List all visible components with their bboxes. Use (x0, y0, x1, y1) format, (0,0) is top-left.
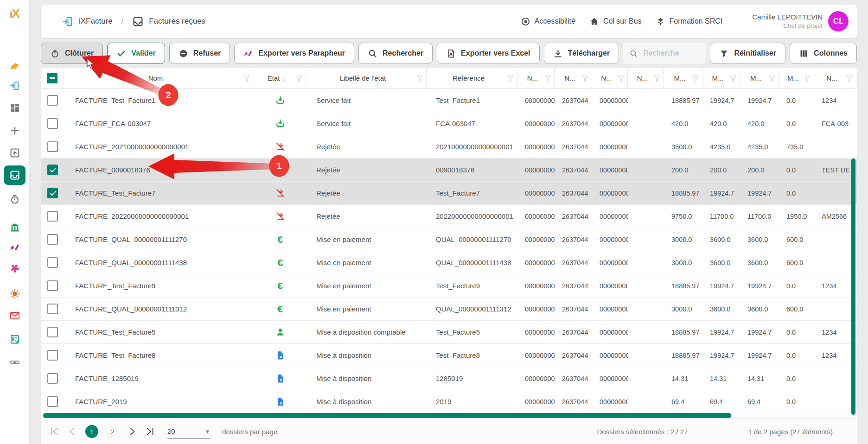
horizontal-scrollbar[interactable] (43, 413, 731, 418)
vertical-scrollbar[interactable] (851, 159, 855, 415)
reinitialiser-button[interactable]: Réinitialiser (710, 43, 785, 64)
row-checkbox[interactable] (47, 280, 58, 291)
cloturer-button[interactable]: Clôturer (41, 43, 103, 64)
table-row[interactable]: FACTURE_20210000000000000001Rejetée20210… (41, 135, 857, 159)
sidebar-item-signature[interactable] (0, 238, 29, 257)
collectivity-link[interactable]: Col sur Bus (589, 17, 642, 26)
column-header-n2[interactable]: N... (555, 68, 592, 89)
column-header-n1[interactable]: N... (517, 68, 555, 89)
sidebar-item-envelope[interactable] (0, 306, 29, 325)
filter-funnel-icon[interactable] (243, 74, 251, 82)
cell-m1: 18885.97 (664, 321, 702, 343)
row-checkbox[interactable] (47, 188, 58, 198)
column-header-m4[interactable]: M... (779, 68, 814, 89)
column-header-name[interactable]: Nom (64, 68, 254, 89)
filter-funnel-icon[interactable] (581, 74, 589, 82)
pager-last-button[interactable] (145, 426, 155, 437)
breadcrumb-app[interactable]: iXFacture (79, 17, 113, 26)
sidebar-item-checklist[interactable] (0, 330, 29, 349)
table-row[interactable]: FACTURE_FCA-003047Service faitFCA-003047… (41, 112, 857, 135)
tray-up-icon (9, 147, 20, 159)
row-checkbox[interactable] (47, 165, 58, 175)
table-row[interactable]: FACTURE_20220000000000000001Rejetée20220… (41, 205, 857, 228)
table-row[interactable]: FACTURE_0090018376Rejetée009001837600000… (41, 159, 857, 182)
sidebar-item-link[interactable] (0, 353, 29, 372)
sidebar-item-bank[interactable] (0, 218, 29, 237)
filter-funnel-icon[interactable] (845, 74, 854, 82)
pager-prev-button[interactable] (67, 426, 77, 437)
sidebar-item-door[interactable] (0, 76, 29, 95)
pager: 1 2 (49, 425, 155, 438)
cell-n4 (628, 298, 664, 320)
filter-funnel-icon[interactable] (543, 74, 552, 82)
rechercher-button[interactable]: Rechercher (358, 43, 433, 64)
row-checkbox[interactable] (47, 327, 58, 337)
row-checkbox[interactable] (47, 95, 58, 106)
row-checkbox[interactable] (47, 118, 58, 129)
colonnes-button[interactable]: Colonnes (790, 43, 857, 64)
sidebar-item-tray[interactable] (4, 165, 26, 185)
table-row[interactable]: FACTURE_Test_Facture7RejetéeTest_Facture… (41, 182, 857, 205)
column-header-state_label[interactable]: Libellé de l'état (306, 68, 427, 89)
table-row[interactable]: FACTURE_Test_Facture1Service faitTest_Fa… (41, 89, 857, 112)
sidebar-item-pinwheel[interactable] (0, 259, 29, 278)
filter-funnel-icon[interactable] (653, 74, 661, 82)
export-parapheur-button[interactable]: Exporter vers Parapheur (234, 43, 354, 64)
filter-funnel-icon[interactable] (729, 74, 737, 82)
sidebar-item-tray-up[interactable] (0, 143, 29, 163)
row-checkbox[interactable] (47, 257, 58, 268)
filter-funnel-icon[interactable] (415, 74, 424, 82)
table-row[interactable]: FACTURE_2019Mise à disposition2019000000… (41, 390, 857, 413)
pager-page-1[interactable]: 1 (85, 425, 98, 438)
table-row[interactable]: FACTURE_Test_Facture9€Mise en paiementTe… (41, 274, 857, 298)
table-row[interactable]: FACTURE_QUAL_00000001111312€Mise en paie… (41, 298, 857, 321)
table-row[interactable]: FACTURE_QUAL_00000001111270€Mise en paie… (41, 228, 857, 251)
pager-next-button[interactable] (127, 426, 137, 437)
column-header-n4[interactable]: N... (628, 68, 664, 89)
avatar[interactable]: CL (828, 11, 849, 32)
column-header-m2[interactable]: M... (702, 68, 740, 89)
row-checkbox[interactable] (47, 373, 58, 384)
filter-funnel-icon[interactable] (506, 74, 515, 82)
row-checkbox[interactable] (47, 350, 58, 361)
sidebar-item-plus[interactable] (0, 121, 29, 140)
column-header-n3[interactable]: N... (592, 68, 628, 89)
search-input[interactable] (642, 49, 700, 58)
cell-reference: QUAL_00000001111312 (427, 298, 517, 320)
row-checkbox[interactable] (47, 304, 58, 314)
filter-funnel-icon[interactable] (768, 74, 776, 82)
column-header-state[interactable]: État↓ (254, 68, 306, 89)
pager-page-2[interactable]: 2 (106, 425, 119, 438)
cell-n4 (628, 135, 664, 158)
accessibility-link[interactable]: Accessibilité (521, 17, 575, 26)
filter-funnel-icon[interactable] (295, 74, 303, 82)
column-header-check[interactable] (41, 68, 64, 89)
telecharger-button[interactable]: Télécharger (544, 43, 619, 64)
column-header-reference[interactable]: Référence (427, 68, 517, 89)
page-size-select[interactable]: 20 ▼ (167, 425, 210, 439)
refuser-button[interactable]: Refuser (169, 43, 230, 64)
sidebar-item-dashboard[interactable] (0, 98, 29, 118)
table-row[interactable]: FACTURE_1285019Mise à disposition1285019… (41, 367, 857, 390)
table-row[interactable]: FACTURE_QUAL_00000001111438€Mise en paie… (41, 251, 857, 274)
row-checkbox[interactable] (47, 211, 58, 222)
environment-link[interactable]: Formation SRCI (656, 17, 723, 26)
sidebar-item-stopwatch[interactable] (0, 190, 29, 209)
column-header-m1[interactable]: M... (664, 68, 702, 89)
sidebar-item-sun[interactable] (0, 284, 29, 304)
column-header-n5[interactable]: N... (814, 68, 856, 89)
row-checkbox[interactable] (47, 141, 58, 152)
sidebar-item-dove[interactable] (0, 57, 29, 76)
pager-first-button[interactable] (49, 426, 59, 437)
table-row[interactable]: FACTURE_Test_Facture5Mise à disposition … (41, 321, 857, 344)
row-checkbox[interactable] (47, 396, 58, 407)
valider-button[interactable]: Valider (107, 43, 165, 64)
filter-funnel-icon[interactable] (617, 74, 625, 82)
table-row[interactable]: FACTURE_Test_Facture8Mise à dispositionT… (41, 344, 857, 367)
column-header-m3[interactable]: M... (740, 68, 779, 89)
filter-funnel-icon[interactable] (803, 74, 811, 82)
select-all-checkbox[interactable] (47, 73, 57, 83)
row-checkbox[interactable] (47, 234, 58, 245)
filter-funnel-icon[interactable] (691, 74, 700, 82)
export-excel-button[interactable]: Exporter vers Excel (437, 43, 539, 64)
